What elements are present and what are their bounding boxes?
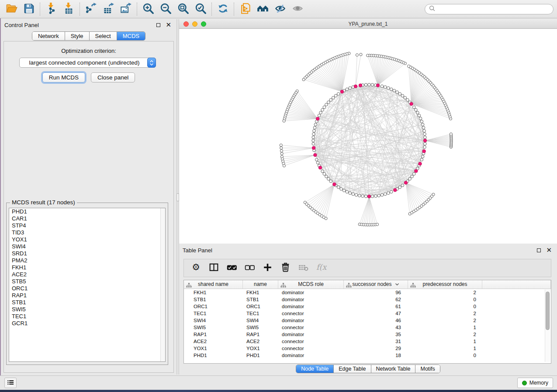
column-settings-button[interactable]: ⚙ [190, 262, 201, 274]
table-row[interactable]: RAP1RAP1dominator352 [184, 331, 551, 338]
close-panel-button[interactable]: Close panel [91, 72, 135, 83]
table-row[interactable]: SWI4SWI4dominator462 [184, 317, 551, 324]
run-mcds-button[interactable]: Run MCDS [42, 72, 85, 83]
export-network-button[interactable] [82, 2, 100, 17]
table-row[interactable]: ORC1ORC1dominator610 [184, 303, 551, 310]
mcds-result-item[interactable]: SWI5 [9, 306, 165, 313]
column-header-shared-name[interactable]: shared name [184, 280, 243, 289]
memory-button[interactable]: Memory [517, 378, 553, 388]
tab-mcds[interactable]: MCDS [117, 32, 145, 40]
table-row[interactable]: PHD1PHD1dominator180 [184, 352, 551, 359]
delete-table-button[interactable] [298, 262, 309, 274]
function-builder-button[interactable]: f(x) [315, 262, 327, 274]
memory-label: Memory [529, 380, 548, 386]
mcds-result-item[interactable]: STP4 [9, 222, 165, 229]
mcds-result-item[interactable]: SWI4 [9, 243, 165, 250]
tab-style[interactable]: Style [65, 32, 89, 40]
import-table-button[interactable] [60, 2, 77, 17]
search-box[interactable] [425, 4, 554, 14]
share-document-button[interactable] [236, 2, 254, 17]
node-table[interactable]: shared namenameMCDS rolesuccessor nodesp… [183, 280, 551, 364]
export-image-button[interactable] [117, 2, 135, 17]
save-session-button[interactable] [20, 2, 38, 17]
mcds-result-item[interactable]: ORC1 [9, 285, 165, 292]
split-panel-button[interactable] [208, 262, 219, 274]
open-file-button[interactable] [3, 2, 20, 17]
table-tab-node-table[interactable]: Node Table [296, 365, 333, 373]
cell: ACE2 [184, 338, 243, 345]
table-toolbar: ⚙f(x) [183, 259, 551, 277]
first-neighbors-button[interactable] [254, 2, 271, 17]
mcds-result-item[interactable]: CAR1 [9, 215, 165, 222]
table-scrollbar-thumb[interactable] [546, 292, 550, 330]
mcds-result-item[interactable]: PMA2 [9, 257, 165, 264]
column-header-mcds-role[interactable]: MCDS role [278, 280, 344, 289]
mcds-result-item[interactable]: ACE2 [9, 271, 165, 278]
table-close-icon[interactable]: ✕ [546, 248, 552, 252]
table-row[interactable]: ACE2ACE2connector311 [184, 338, 551, 345]
mcds-result-item[interactable]: RAP1 [9, 292, 165, 299]
mcds-result-item[interactable]: FKH1 [9, 264, 165, 271]
criterion-dropdown[interactable]: largest connected component (undirected) [19, 58, 156, 68]
zoom-fit-button[interactable] [174, 2, 192, 17]
mcds-node [367, 195, 371, 198]
table-row[interactable]: FKH1FKH1dominator962 [184, 289, 551, 296]
mcds-result-item[interactable]: YOX1 [9, 236, 165, 243]
network-window-titlebar: YPA_prune.txt_1 [179, 19, 557, 29]
toolbar-separator [40, 3, 40, 16]
import-network-icon [45, 3, 57, 16]
mcds-result-item[interactable]: STB1 [9, 299, 165, 306]
table-scrollbar[interactable] [545, 289, 550, 362]
table-row[interactable]: TEC1TEC1connector472 [184, 310, 551, 317]
export-table-button[interactable] [100, 2, 117, 17]
tab-network[interactable]: Network [32, 32, 65, 40]
search-input[interactable] [438, 6, 550, 12]
network-canvas[interactable] [179, 29, 557, 244]
table-row[interactable]: YOX1YOX1connector291 [184, 345, 551, 352]
table-tab-network-table[interactable]: Network Table [371, 365, 415, 373]
select-all-checkboxes-button[interactable] [226, 262, 237, 274]
criterion-value: largest connected component (undirected) [20, 59, 147, 66]
table-tab-edge-table[interactable]: Edge Table [333, 365, 370, 373]
mcds-result-groupbox: MCDS result (17 nodes) PHD1CAR1STP4TID3Y… [6, 203, 168, 365]
close-panel-icon[interactable]: ✕ [166, 23, 171, 27]
zoom-selected-button[interactable] [192, 2, 209, 17]
table-float-button[interactable] [537, 248, 541, 252]
mcds-node [354, 85, 357, 88]
status-list-button[interactable] [4, 378, 17, 388]
column-header-predecessor-nodes[interactable]: predecessor nodes [408, 280, 482, 289]
mcds-result-item[interactable]: STB5 [9, 278, 165, 285]
deselect-all-checkboxes-button[interactable] [244, 262, 255, 274]
add-column-button[interactable] [262, 262, 273, 274]
cell: dominator [278, 317, 344, 324]
mcds-result-item[interactable]: TEC1 [9, 313, 165, 320]
mcds-result-item[interactable]: TID3 [9, 229, 165, 236]
delete-columns-button[interactable] [280, 262, 291, 274]
mcds-result-item[interactable]: PHD1 [9, 208, 165, 215]
tab-group: NetworkStyleSelectMCDS [32, 31, 145, 41]
zoom-in-button[interactable] [139, 2, 157, 17]
table-tab-motifs[interactable]: Motifs [415, 365, 439, 373]
hide-selected-button[interactable] [271, 2, 289, 17]
tab-select[interactable]: Select [89, 32, 117, 40]
cell: 2 [408, 317, 482, 324]
import-network-button[interactable] [42, 2, 60, 17]
mcds-result-list[interactable]: PHD1CAR1STP4TID3YOX1SWI4SRD1PMA2FKH1ACE2… [9, 208, 166, 362]
show-details-button[interactable] [289, 2, 306, 17]
cell: 2 [408, 310, 482, 317]
table-row[interactable]: SWI5SWI5connector431 [184, 324, 551, 331]
zoom-out-button[interactable] [157, 2, 174, 17]
zoom-out-icon [160, 3, 172, 16]
cell: dominator [278, 296, 344, 303]
save-session-icon [23, 3, 35, 16]
mcds-list-scrollbar[interactable] [160, 208, 165, 361]
float-panel-button[interactable] [156, 23, 160, 27]
table-row[interactable]: STB1STB1dominator620 [184, 296, 551, 303]
column-header-successor-nodes[interactable]: successor nodes [344, 280, 408, 289]
mcds-result-item[interactable]: SRD1 [9, 250, 165, 257]
mcds-node [318, 166, 322, 169]
refresh-button[interactable] [214, 2, 232, 17]
column-header-name[interactable]: name [243, 280, 278, 289]
toolbar-separator [80, 3, 80, 16]
mcds-result-item[interactable]: GCR1 [9, 320, 165, 327]
